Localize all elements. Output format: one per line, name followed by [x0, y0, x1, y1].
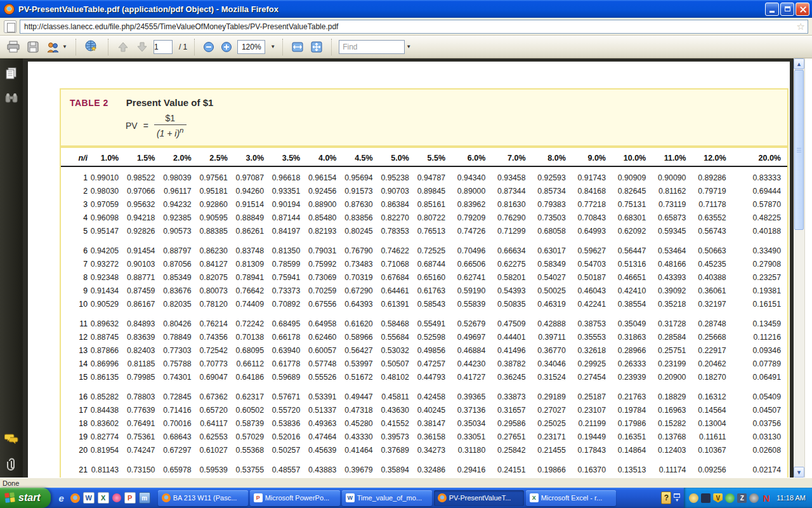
tray-icon-z[interactable]: Z	[737, 493, 747, 503]
value-cell: 0.33873	[492, 392, 532, 401]
search-panel-icon[interactable]	[4, 91, 18, 105]
media-quicklaunch-icon[interactable]	[112, 493, 121, 502]
value-cell: 0.41464	[343, 446, 379, 455]
value-cell: 0.21455	[532, 446, 572, 455]
comments-panel-icon[interactable]	[4, 432, 18, 446]
tray-icon-green[interactable]	[725, 493, 735, 503]
formula-denominator: (1 + i)n	[154, 124, 187, 139]
start-button[interactable]: start	[0, 488, 51, 508]
zoom-dropdown-caret[interactable]: ▼	[270, 44, 275, 50]
tray-icon-clock[interactable]	[689, 493, 698, 503]
value-cell: 0.57870	[733, 200, 787, 209]
previous-page-button[interactable]	[115, 38, 131, 56]
zoom-out-button[interactable]	[202, 38, 216, 56]
value-cell: 0.71178	[692, 200, 732, 209]
zoom-level-value[interactable]: 120%	[237, 40, 265, 54]
bookmark-star-icon[interactable]: ☆	[797, 21, 805, 32]
help-icon[interactable]: ?	[661, 491, 671, 504]
excel-quicklaunch-icon[interactable]: X	[98, 492, 109, 504]
powerpoint-quicklaunch-icon[interactable]: P	[124, 492, 136, 504]
pdf-sidebar-rail	[0, 58, 23, 478]
value-cell: 0.50663	[692, 246, 732, 255]
url-input[interactable]	[20, 20, 808, 34]
value-cell: 0.98522	[125, 173, 161, 182]
value-cell: 0.99010	[89, 173, 125, 182]
firefox-quicklaunch-icon[interactable]	[70, 493, 80, 503]
fit-page-button[interactable]	[309, 38, 324, 56]
value-cell: 0.36158	[416, 432, 452, 441]
page-number-input[interactable]	[154, 40, 173, 54]
tray-icon-pointer[interactable]	[701, 493, 710, 503]
table-label: TABLE 2	[70, 98, 108, 108]
fit-width-button[interactable]	[290, 38, 305, 56]
value-cell: 0.53464	[652, 246, 692, 255]
value-cell: 0.40245	[416, 406, 452, 415]
value-cell: 0.41552	[379, 419, 416, 428]
attachments-panel-icon[interactable]	[4, 457, 18, 471]
zoom-in-button[interactable]	[219, 38, 233, 56]
print-button[interactable]	[5, 38, 22, 56]
restore-button[interactable]	[780, 3, 794, 16]
close-button[interactable]	[796, 3, 809, 16]
table-row: 150.861350.799850.743010.690470.641860.5…	[61, 371, 787, 384]
value-cell: 0.64117	[198, 419, 234, 428]
value-cell: 0.86996	[89, 359, 125, 368]
period-cell: 2	[61, 187, 89, 196]
find-dropdown-caret[interactable]: ▼	[406, 44, 411, 50]
value-cell: 0.16312	[692, 392, 732, 401]
column-header: 10.0%	[612, 154, 652, 163]
value-cell: 0.25842	[492, 446, 532, 455]
task-button[interactable]: PV-PresentValueT...	[434, 490, 524, 506]
tray-icon-n[interactable]: N	[761, 493, 771, 503]
scrollbar-thumb[interactable]	[794, 70, 804, 230]
word-quicklaunch-icon[interactable]: W	[83, 492, 95, 504]
value-cell: 0.87344	[492, 187, 532, 196]
value-cell: 0.51337	[306, 406, 343, 415]
value-cell: 0.83748	[234, 246, 270, 255]
column-header: 3.5%	[270, 154, 306, 163]
value-cell: 0.38753	[572, 319, 612, 328]
pages-panel-icon[interactable]	[4, 66, 18, 80]
table-row: 10.990100.985220.980390.975610.970870.96…	[61, 171, 787, 185]
value-cell: 0.66506	[452, 260, 492, 269]
pdf-viewer: TABLE 2 Present Value of $1 PV = $1 (1 +…	[0, 58, 812, 478]
find-input[interactable]	[339, 40, 405, 54]
value-cell: 0.47257	[416, 359, 452, 368]
value-cell: 0.98030	[89, 187, 125, 196]
value-cell: 0.75131	[612, 200, 652, 209]
ie-quicklaunch-icon[interactable]: e	[56, 492, 67, 504]
task-button[interactable]: XMicrosoft Excel - r...	[526, 490, 616, 506]
scroll-down-arrow[interactable]: ▼	[794, 467, 804, 478]
task-button[interactable]: PMicrosoft PowerPo...	[250, 490, 340, 506]
tray-icon-gray[interactable]	[749, 493, 759, 503]
next-page-button[interactable]	[134, 38, 150, 56]
value-cell: 0.76642	[234, 286, 270, 295]
value-cell: 0.19866	[532, 465, 572, 474]
minimize-button[interactable]	[765, 3, 779, 16]
table-row: 140.869960.811850.757880.707730.661120.6…	[61, 358, 787, 371]
hidden-icons-chevron[interactable]: ▼	[674, 493, 680, 503]
titlebar: PV-PresentValueTable.pdf (application/pd…	[0, 0, 812, 18]
collaborate-button[interactable]: ▼	[44, 38, 69, 56]
value-cell: 0.95238	[379, 173, 416, 182]
task-button[interactable]: WTime_value_of_mo...	[342, 490, 432, 506]
web-button[interactable]	[83, 38, 101, 56]
task-button[interactable]: BA 213 W11 (Pasc...	[158, 490, 248, 506]
value-cell: 0.59190	[452, 286, 492, 295]
url-bar: ☆	[0, 18, 812, 36]
msn-quicklaunch-icon[interactable]: m	[139, 492, 150, 504]
scroll-up-arrow[interactable]: ▲	[794, 58, 804, 69]
value-cell: 0.70016	[161, 419, 197, 428]
value-cell: 0.57029	[234, 432, 270, 441]
collaborate-dropdown-caret: ▼	[62, 44, 67, 50]
value-cell: 0.64461	[379, 286, 416, 295]
value-cell: 0.58543	[416, 300, 452, 309]
value-cell: 0.68643	[161, 432, 197, 441]
tray-icon-shield[interactable]: V	[713, 493, 723, 503]
column-header: 2.0%	[161, 154, 197, 163]
value-cell: 0.35553	[572, 333, 612, 342]
vertical-scrollbar[interactable]: ▲ ▼	[794, 58, 804, 478]
value-cell: 0.78803	[125, 392, 161, 401]
save-button[interactable]	[25, 38, 41, 56]
value-cell: 0.81309	[234, 260, 270, 269]
